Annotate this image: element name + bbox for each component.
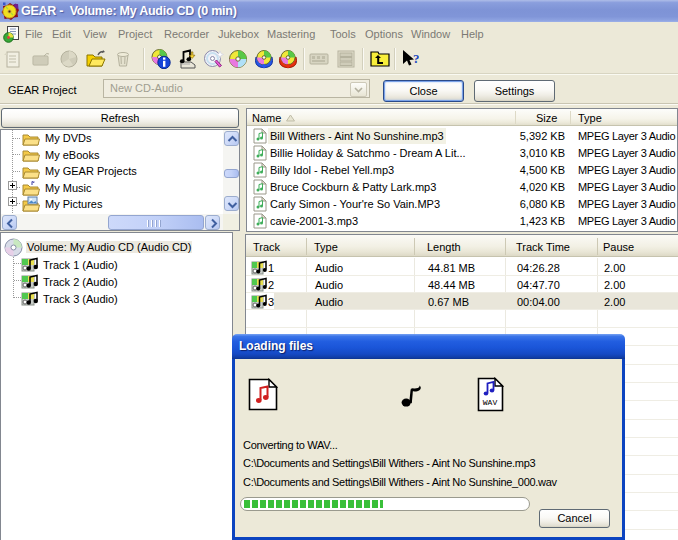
svg-text:?: ? [413, 51, 419, 66]
svg-text:WAV: WAV [483, 398, 498, 407]
